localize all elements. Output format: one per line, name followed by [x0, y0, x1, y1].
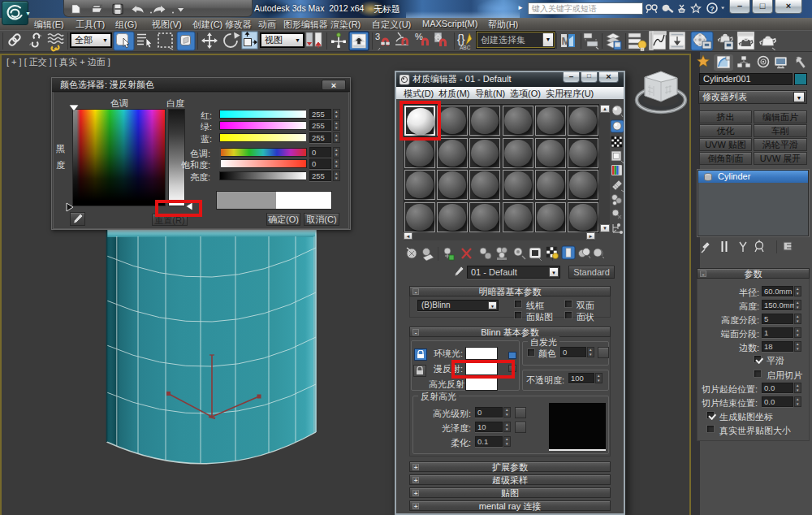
svg-text:ABC: ABC [460, 45, 471, 50]
svg-text:{}: {} [457, 32, 465, 45]
svg-text:3: 3 [375, 32, 380, 41]
svg-text:?: ? [710, 5, 715, 13]
